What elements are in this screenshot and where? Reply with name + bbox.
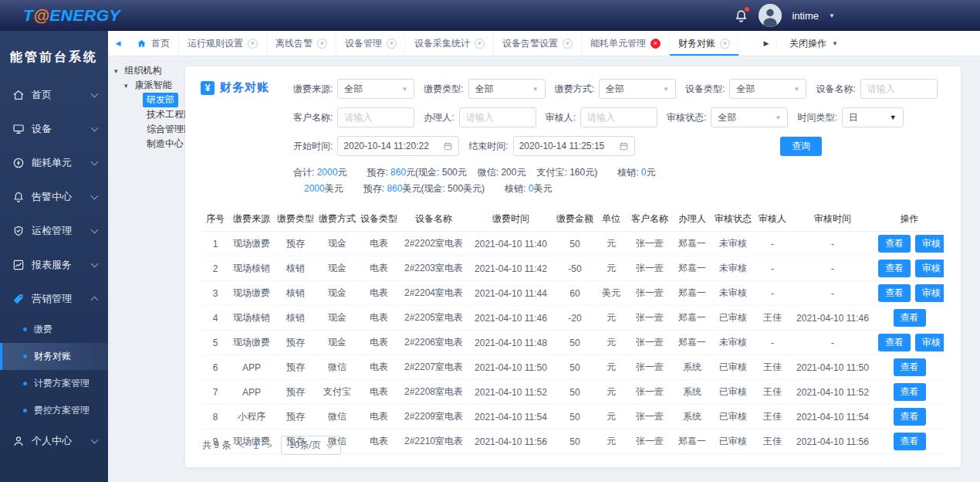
- sidebar-item-report-service[interactable]: 报表服务: [0, 248, 108, 282]
- tree-node-tech-engineering-dept[interactable]: 技术工程部: [114, 107, 188, 122]
- audit-status-select[interactable]: 全部▼: [711, 107, 788, 127]
- tab-close-icon[interactable]: ×: [387, 39, 397, 49]
- view-button[interactable]: 查看: [878, 260, 911, 277]
- tab-close-icon[interactable]: ×: [248, 39, 258, 49]
- view-button[interactable]: 查看: [878, 284, 911, 302]
- tab-close-icon[interactable]: ×: [720, 39, 730, 49]
- sidebar-item-label: 首页: [32, 88, 92, 102]
- view-button[interactable]: 查看: [894, 309, 926, 327]
- cell-amount: -50: [554, 256, 596, 281]
- filter-panel: 缴费来源:全部▼缴费类型:全部▼缴费方式:全部▼设备类型:全部▼设备名称:客户名…: [293, 79, 944, 156]
- cell-auditor: 王佳: [755, 355, 790, 380]
- device-type-select[interactable]: 全部▼: [729, 79, 806, 99]
- bullet-dot-icon: [23, 409, 27, 412]
- cell-customer: 张一壹: [627, 405, 673, 429]
- sidebar-item-inspection-management[interactable]: 运检管理: [0, 214, 108, 248]
- sidebar-subitem-financial-reconciliation[interactable]: 财务对账: [0, 343, 108, 370]
- cell-unit: 元: [596, 405, 627, 429]
- view-button[interactable]: 查看: [894, 383, 926, 401]
- sidebar-item-label: 告警中心: [32, 190, 92, 204]
- tree-node-manufacturing-center[interactable]: 制造中心: [114, 137, 188, 151]
- page-size-select[interactable]: 10条/页: [281, 436, 341, 455]
- cell-amount: 50: [554, 355, 596, 380]
- tab-close-icon[interactable]: ×: [651, 39, 661, 49]
- table-row: 7APP预存支付宝电表2#2208室电表2021-04-10 11:5250元张…: [202, 380, 944, 405]
- cell-audit-status: 未审核: [711, 256, 755, 281]
- sidebar-item-personal-center[interactable]: 个人中心: [0, 424, 108, 458]
- search-button[interactable]: 查询: [780, 137, 822, 156]
- pagination-page-1[interactable]: 1: [253, 440, 259, 451]
- view-button[interactable]: 查看: [894, 358, 926, 376]
- sidebar-subitem-billing-plan-management[interactable]: 计费方案管理: [0, 370, 108, 397]
- payment-method-field: 缴费方式:全部▼: [555, 79, 676, 99]
- tree-node-kangpai-intelligence[interactable]: ▾康派智能: [114, 78, 188, 93]
- cell-actions: 查看审核: [875, 331, 944, 355]
- user-menu-caret-icon[interactable]: ▼: [829, 12, 835, 19]
- view-button[interactable]: 查看: [894, 433, 926, 450]
- sidebar-item-alarm-center[interactable]: 告警中心: [0, 180, 108, 214]
- payment-source-select[interactable]: 全部▼: [337, 79, 414, 99]
- tab-financial-reconciliation[interactable]: 财务对账×: [670, 31, 739, 56]
- sidebar-subitem-cost-control-plan-management[interactable]: 费控方案管理: [0, 397, 108, 424]
- sidebar-item-device[interactable]: 设备: [0, 112, 108, 146]
- cell-pay-type: 核销: [275, 281, 316, 306]
- username[interactable]: intime: [792, 10, 819, 22]
- tree-node-general-management-dept[interactable]: 综合管理部: [114, 122, 188, 137]
- payment-method-label: 缴费方式:: [555, 83, 594, 96]
- sidebar-item-marketing-management[interactable]: 营销管理: [0, 282, 108, 316]
- tab-close-icon[interactable]: ×: [563, 39, 573, 49]
- tab-energy-unit-management[interactable]: 能耗单元管理×: [582, 31, 670, 56]
- auditor-input[interactable]: [580, 107, 657, 127]
- audit-button[interactable]: 审核: [915, 334, 944, 351]
- tabs-container: 首页运行规则设置×离线告警×设备管理×设备采集统计×设备告警设置×能耗单元管理×…: [128, 31, 739, 56]
- table-row: 8小程序预存微信电表2#2209室电表2021-04-10 11:5450元张一…: [202, 405, 944, 429]
- pagination-next-icon[interactable]: >: [265, 440, 274, 451]
- filter-row-dates: 开始时间: 2020-10-14 11:20:22 结束时间: 2020-10-…: [293, 136, 944, 156]
- tab-device-collection-stats[interactable]: 设备采集统计×: [406, 31, 494, 56]
- sidebar-subitem-payment[interactable]: 缴费: [0, 316, 108, 343]
- cell-auditor: -: [755, 281, 790, 306]
- view-button[interactable]: 查看: [878, 334, 911, 351]
- sidebar-item-home[interactable]: 首页: [0, 78, 108, 112]
- payment-type-select[interactable]: 全部▼: [468, 79, 546, 99]
- cell-device-name: 2#2202室电表: [400, 232, 468, 256]
- payment-method-select[interactable]: 全部▼: [599, 79, 676, 99]
- start-time-input[interactable]: 2020-10-14 11:20:22: [337, 136, 459, 156]
- tab-close-icon[interactable]: ×: [475, 39, 485, 49]
- cell-unit: 元: [596, 380, 627, 405]
- handler-input[interactable]: [459, 107, 536, 127]
- cell-audit-time: 2021-04-10 11:50: [790, 355, 875, 380]
- time-type-select[interactable]: 日▼: [842, 107, 904, 127]
- main-card: ¥ 财务对账 缴费来源:全部▼缴费类型:全部▼缴费方式:全部▼设备类型:全部▼设…: [185, 66, 961, 467]
- tab-home[interactable]: 首页: [128, 31, 179, 56]
- cell-source: 现场缴费: [228, 232, 275, 256]
- view-button[interactable]: 查看: [894, 408, 926, 426]
- cell-device-name: 2#2207室电表: [400, 355, 468, 380]
- payment-type-value: 全部: [475, 83, 494, 96]
- tab-device-management[interactable]: 设备管理×: [336, 31, 406, 56]
- end-time-input[interactable]: 2020-10-14 11:25:15: [513, 136, 635, 156]
- close-operations-dropdown[interactable]: 关闭操作 ▼: [777, 31, 850, 56]
- tree-node-rnd-dept[interactable]: 研发部: [114, 93, 188, 107]
- view-button[interactable]: 查看: [878, 235, 911, 253]
- device-name-input[interactable]: [860, 79, 938, 99]
- audit-button[interactable]: 审核: [915, 284, 944, 302]
- tree-node-org-structure[interactable]: ▾组织机构: [114, 63, 188, 78]
- avatar[interactable]: [759, 4, 782, 27]
- tab-close-icon[interactable]: ×: [317, 39, 327, 49]
- org-tree: ▾组织机构▾康派智能研发部技术工程部综合管理部制造中心: [114, 63, 188, 151]
- tab-scroll-right-icon[interactable]: ▶: [756, 39, 777, 47]
- audit-button[interactable]: 审核: [915, 260, 944, 277]
- customer-name-input[interactable]: [337, 107, 414, 127]
- cell-customer: 张一壹: [627, 281, 673, 306]
- sidebar-item-energy-unit[interactable]: 能耗单元: [0, 146, 108, 180]
- cell-customer: 张一壹: [627, 355, 673, 380]
- tab-run-rule-settings[interactable]: 运行规则设置×: [179, 31, 267, 56]
- audit-button[interactable]: 审核: [915, 235, 944, 253]
- pagination-prev-icon[interactable]: <: [238, 440, 246, 451]
- notification-bell-icon[interactable]: [734, 8, 749, 23]
- tab-scroll-left-icon[interactable]: ◀: [108, 31, 128, 56]
- tab-offline-alarm[interactable]: 离线告警×: [267, 31, 336, 56]
- tab-device-alarm-settings[interactable]: 设备告警设置×: [494, 31, 582, 56]
- sidebar-item-label: 能耗单元: [32, 156, 92, 170]
